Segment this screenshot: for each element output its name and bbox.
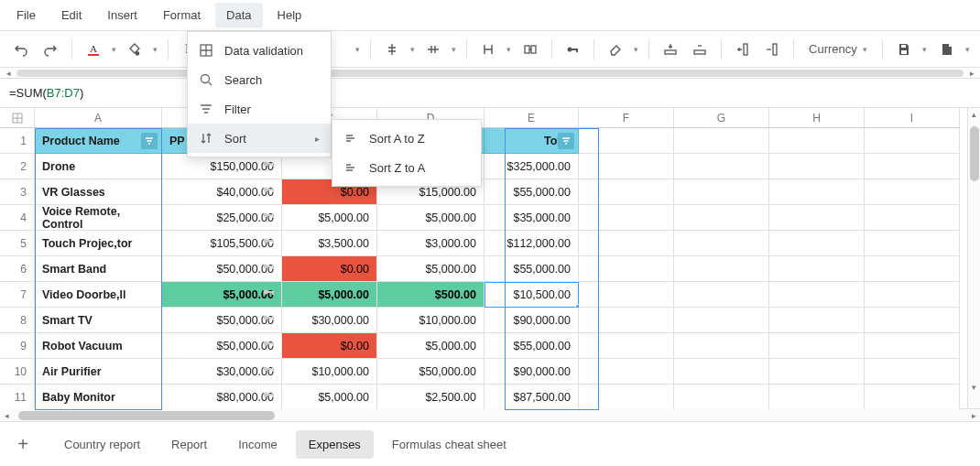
cell-f7[interactable] [579, 282, 674, 308]
cell-g7[interactable] [674, 282, 769, 308]
cell-a11[interactable]: Baby Monitor [35, 385, 162, 410]
scroll-left-icon[interactable]: ◂ [0, 409, 13, 422]
redo-button[interactable] [37, 35, 64, 64]
cell-b3[interactable]: $40,000.00 [162, 179, 282, 205]
sheet-tab-formulas-cheat-sheet[interactable]: Formulas cheat sheet [379, 430, 519, 459]
row-header-2[interactable]: 2 [0, 154, 35, 179]
cell-f8[interactable] [579, 308, 674, 333]
menu-sort-az[interactable]: Sort A to Z [332, 124, 481, 153]
cell-b4[interactable]: $25,000.00 [162, 205, 282, 231]
sheet-tab-report[interactable]: Report [158, 430, 220, 459]
align-v-dropdown[interactable]: ▾ [449, 45, 459, 54]
align-h-dropdown[interactable]: ▾ [408, 45, 418, 54]
cell-a1[interactable]: Product Name [35, 128, 162, 154]
cell-h2[interactable] [769, 154, 865, 179]
row-header-11[interactable]: 11 [0, 385, 35, 410]
undo-button[interactable] [7, 35, 35, 64]
insert-col-button[interactable] [729, 35, 757, 64]
cell-d7[interactable]: $500.00 [377, 282, 485, 308]
cell-g3[interactable] [674, 179, 769, 205]
scroll-right-icon[interactable]: ▸ [967, 409, 980, 422]
scroll-up-icon[interactable]: ▴ [968, 108, 980, 121]
lock-button[interactable] [559, 35, 586, 64]
cell-d5[interactable]: $3,000.00 [377, 231, 485, 256]
cell-b7[interactable]: $5,000.00 [162, 282, 282, 308]
cell-b5[interactable]: $105,500.00 [162, 231, 282, 256]
row-header-10[interactable]: 10 [0, 359, 35, 385]
col-header-f[interactable]: F [579, 108, 674, 128]
cell-h3[interactable] [769, 179, 865, 205]
menu-search[interactable]: Search [188, 65, 331, 94]
cell-i7[interactable] [865, 282, 960, 308]
format-currency[interactable]: Currency▾ [801, 35, 875, 64]
cell-f10[interactable] [579, 359, 674, 385]
filter-icon[interactable] [141, 133, 158, 149]
cell-h1[interactable] [769, 128, 865, 154]
cell-h11[interactable] [769, 385, 865, 410]
fill-color-button[interactable] [121, 35, 148, 64]
cell-c6[interactable]: $0.00 [282, 256, 377, 282]
cell-i10[interactable] [865, 359, 960, 385]
cell-c8[interactable]: $30,000.00 [282, 308, 377, 333]
cell-d6[interactable]: $5,000.00 [377, 256, 485, 282]
cell-h5[interactable] [769, 231, 865, 256]
cell-e1[interactable]: Total [485, 128, 579, 154]
align-middle-button[interactable] [419, 35, 447, 64]
cell-i3[interactable] [865, 179, 960, 205]
cell-e4[interactable]: $35,000.00 [485, 205, 579, 231]
sheet-tab-country-report[interactable]: Country report [51, 430, 153, 459]
cell-d9[interactable]: $5,000.00 [377, 333, 485, 359]
font-color-button[interactable]: A [80, 35, 107, 64]
wrap-button[interactable] [474, 35, 502, 64]
cell-e7[interactable]: $10,500.00 [485, 282, 579, 308]
cell-b6[interactable]: $50,000.00 [162, 256, 282, 282]
cell-i5[interactable] [865, 231, 960, 256]
delete-col-button[interactable] [758, 35, 786, 64]
cell-f4[interactable] [579, 205, 674, 231]
menu-format[interactable]: Format [152, 3, 212, 27]
menu-filter[interactable]: Filter [188, 94, 331, 124]
filter-icon[interactable] [558, 133, 574, 149]
export-button[interactable] [933, 35, 961, 64]
cell-h4[interactable] [769, 205, 865, 231]
cell-f6[interactable] [579, 256, 674, 282]
font-dropdown[interactable]: ▾ [353, 45, 363, 54]
cell-i4[interactable] [865, 205, 960, 231]
cell-a5[interactable]: Touch Projec,tor [35, 231, 162, 256]
bottom-scrollbar[interactable]: ◂ ▸ [0, 409, 980, 422]
cell-c4[interactable]: $5,000.00 [282, 205, 377, 231]
row-header-4[interactable]: 4 [0, 205, 35, 231]
col-header-e[interactable]: E [485, 108, 579, 128]
formula-bar[interactable]: =SUM(B7:D7) [0, 79, 980, 108]
cell-i1[interactable] [865, 128, 960, 154]
clear-button[interactable] [602, 35, 629, 64]
cell-f9[interactable] [579, 333, 674, 359]
cell-d4[interactable]: $5,000.00 [377, 205, 485, 231]
cell-g2[interactable] [674, 154, 769, 179]
cell-e8[interactable]: $90,000.00 [485, 308, 579, 333]
row-header-7[interactable]: 7 [0, 282, 35, 308]
cell-f5[interactable] [579, 231, 674, 256]
row-header-1[interactable]: 1 [0, 128, 35, 154]
cell-f2[interactable] [579, 154, 674, 179]
cell-i9[interactable] [865, 333, 960, 359]
fill-color-dropdown[interactable]: ▾ [150, 45, 160, 54]
cell-e10[interactable]: $90,000.00 [485, 359, 579, 385]
menu-sort-za[interactable]: Sort Z to A [332, 153, 481, 182]
row-header-9[interactable]: 9 [0, 333, 35, 359]
add-sheet-button[interactable]: + [9, 430, 37, 458]
cell-f11[interactable] [579, 385, 674, 410]
cell-g8[interactable] [674, 308, 769, 333]
cell-g1[interactable] [674, 128, 769, 154]
cell-a6[interactable]: Smart Band [35, 256, 162, 282]
cell-a10[interactable]: Air Purifier [35, 359, 162, 385]
cell-i11[interactable] [865, 385, 960, 410]
scroll-right-icon[interactable]: ▸ [964, 68, 980, 79]
cell-h10[interactable] [769, 359, 865, 385]
menu-edit[interactable]: Edit [50, 3, 93, 27]
cell-e5[interactable]: $112,000.00 [485, 231, 579, 256]
sheet-tab-expenses[interactable]: Expenses [296, 430, 374, 459]
cell-h6[interactable] [769, 256, 865, 282]
vertical-scrollbar[interactable]: ▴ ▾ [967, 108, 980, 408]
top-scrollbar[interactable]: ◂ ▸ [0, 68, 980, 79]
